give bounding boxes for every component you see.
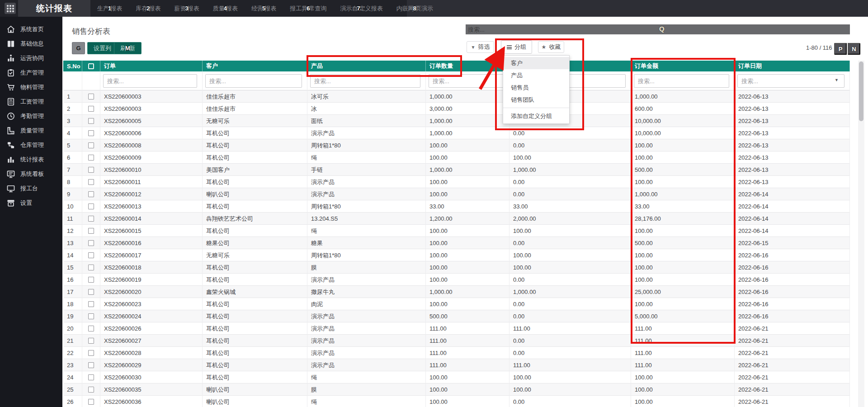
pagination-next-button[interactable]: N [848, 43, 860, 55]
topbar-menu-item-1[interactable]: 生产1报表 [90, 0, 129, 17]
scrollbar-thumb[interactable] [859, 62, 863, 121]
header-cell-product[interactable]: 产品 [307, 61, 426, 71]
header-cell-order[interactable]: 订单 [100, 61, 203, 71]
row-checkbox[interactable] [88, 167, 94, 173]
set-columns-button[interactable]: 设置列 [87, 42, 118, 54]
table-row-15[interactable]: 15XS220600018耳机公司膜100.00100.00100.002022… [63, 261, 850, 274]
header-cell-qty[interactable]: 订单数量 [426, 61, 509, 71]
sidebar-item-1[interactable]: 系统首页 [0, 22, 62, 37]
table-row-19[interactable]: 19XS220600024耳机公司演示产品500.000.005,000.002… [63, 310, 850, 322]
row-checkbox[interactable] [88, 350, 94, 356]
sidebar-item-7[interactable]: 考勤管理 [0, 109, 62, 123]
table-row-5[interactable]: 5XS220600008耳机公司周转箱1*80100.000.00100.002… [63, 139, 850, 151]
add-custom-group-option[interactable]: 添加自定义分组 [503, 110, 569, 122]
row-checkbox[interactable] [88, 252, 94, 258]
table-row-3[interactable]: 3XS220600005无糖可乐面纸1,000.0010,000.002022-… [63, 115, 850, 127]
filter-button[interactable]: ▼ 筛选 [467, 41, 494, 53]
row-checkbox[interactable] [88, 191, 94, 197]
row-checkbox[interactable] [88, 118, 94, 124]
sidebar-item-2[interactable]: 基础信息 [0, 37, 62, 51]
sidebar-item-12[interactable]: 报工台 [0, 181, 62, 196]
topbar-menu-item-6[interactable]: 报工异6常查询 [283, 0, 333, 17]
table-row-1[interactable]: 1XS220600003佳佳乐超市冰可乐1,000.001,000.002022… [63, 90, 850, 103]
row-checkbox[interactable] [88, 94, 94, 99]
row-checkbox[interactable] [88, 362, 94, 368]
table-row-25[interactable]: 25XS220600035喇叭公司膜100.00100.00100.002022… [63, 383, 850, 396]
table-row-23[interactable]: 23XS220600029耳机公司演示产品111.00111.00111.002… [63, 359, 850, 371]
topbar-menu-item-7[interactable]: 演示自7定义报表 [333, 0, 389, 17]
row-checkbox[interactable] [88, 313, 94, 319]
table-row-26[interactable]: 26XS220600036喇叭公司绳100.000.00100.002022-0… [63, 396, 850, 407]
sidebar-item-6[interactable]: 工资管理 [0, 95, 62, 109]
group-by-option-2[interactable]: 产品 [503, 69, 569, 81]
row-checkbox[interactable] [88, 277, 94, 283]
row-checkbox[interactable] [88, 301, 94, 307]
column-search-input-customer[interactable] [205, 74, 302, 88]
table-row-21[interactable]: 21XS220600027耳机公司演示产品111.000.00111.00202… [63, 335, 850, 347]
table-row-24[interactable]: 24XS220600030耳机公司绳100.00100.00100.002022… [63, 371, 850, 383]
table-row-8[interactable]: 8XS220600011耳机公司演示产品100.000.00100.002022… [63, 176, 850, 188]
refresh-button[interactable]: 刷M新 [114, 42, 142, 54]
pagination-prev-button[interactable]: P [834, 43, 847, 55]
group-by-option-1[interactable]: 客户 [503, 57, 569, 69]
column-search-input-order[interactable] [103, 74, 197, 88]
table-row-7[interactable]: 7XS220600010美国客户手链1,000.001,000.00500.00… [63, 164, 850, 176]
header-cell-customer[interactable]: 客户 [203, 61, 307, 71]
row-checkbox[interactable] [88, 374, 94, 380]
favorites-button[interactable]: ★ 收藏 [538, 41, 564, 53]
row-checkbox[interactable] [88, 204, 94, 209]
row-checkbox[interactable] [88, 142, 94, 148]
row-checkbox[interactable] [88, 326, 94, 331]
sidebar-item-11[interactable]: 系统看板 [0, 167, 62, 181]
table-row-17[interactable]: 17XS220600020鑫荣火锅城撒尿牛丸1,000.001,000.0025… [63, 286, 850, 298]
header-cell-sno[interactable]: S.No [63, 61, 82, 71]
row-checkbox[interactable] [88, 399, 94, 405]
sidebar-item-13[interactable]: 设置 [0, 196, 62, 210]
sidebar-item-5[interactable]: 物料管理 [0, 80, 62, 95]
table-row-13[interactable]: 13XS220600016糖果公司糖果100.000.00500.002022-… [63, 237, 850, 249]
table-row-12[interactable]: 12XS220600015耳机公司绳100.00100.00100.002022… [63, 225, 850, 237]
table-row-20[interactable]: 20XS220600026耳机公司演示产品111.00111.00111.002… [63, 322, 850, 335]
row-checkbox[interactable] [88, 130, 94, 136]
header-cell-amount[interactable]: 订单金额 [631, 61, 735, 71]
table-row-11[interactable]: 11XS220600014犇翔铁艺艺术公司13.204.S51,200.002,… [63, 213, 850, 225]
table-row-14[interactable]: 14XS220600017无糖可乐周转箱1*80100.00100.00100.… [63, 249, 850, 261]
column-search-input-qty[interactable] [429, 74, 504, 88]
row-checkbox[interactable] [88, 216, 94, 222]
row-checkbox[interactable] [88, 387, 94, 393]
row-checkbox[interactable] [88, 338, 94, 344]
sidebar-item-3[interactable]: 运营协同 [0, 51, 62, 66]
select-all-checkbox[interactable] [88, 63, 94, 69]
row-checkbox[interactable] [88, 289, 94, 295]
topbar-menu-item-4[interactable]: 质量4报表 [206, 0, 245, 17]
row-checkbox[interactable] [88, 106, 94, 112]
sidebar-item-9[interactable]: 仓库管理 [0, 138, 62, 152]
toolbar-hint-g-button[interactable]: G [72, 42, 85, 54]
vertical-scrollbar[interactable] [858, 61, 864, 407]
topbar-menu-item-3[interactable]: 薪资3报表 [167, 0, 206, 17]
table-row-16[interactable]: 16XS220600019耳机公司演示产品100.000.00100.00202… [63, 274, 850, 286]
column-search-input-amount[interactable] [634, 74, 729, 88]
table-row-10[interactable]: 10XS220600013耳机公司周转箱1*8033.0033.0033.002… [63, 200, 850, 213]
table-row-9[interactable]: 9XS220600012喇叭公司演示产品100.000.001,000.0020… [63, 188, 850, 200]
table-row-6[interactable]: 6XS220600009耳机公司绳100.00100.00100.002022-… [63, 151, 850, 164]
table-row-22[interactable]: 22XS220600028耳机公司演示产品111.000.00111.00202… [63, 347, 850, 359]
group-by-option-4[interactable]: 销售团队 [503, 94, 569, 106]
row-checkbox[interactable] [88, 240, 94, 246]
table-row-4[interactable]: 4XS220600006耳机公司演示产品1,000.000.0010,000.0… [63, 127, 850, 139]
row-checkbox[interactable] [88, 265, 94, 270]
topbar-menu-item-5[interactable]: 经营5报表 [245, 0, 283, 17]
column-search-input-product[interactable] [310, 74, 420, 88]
row-checkbox[interactable] [88, 228, 94, 234]
current-app-title[interactable]: 统计报表 [18, 0, 90, 17]
header-cell-date[interactable]: 订单日期 [735, 61, 850, 71]
group-by-option-3[interactable]: 销售员 [503, 81, 569, 94]
column-search-input-date[interactable] [737, 74, 844, 88]
row-checkbox[interactable] [88, 179, 94, 185]
sidebar-item-10[interactable]: 统计报表 [0, 152, 62, 167]
sidebar-item-4[interactable]: 生产管理 [0, 66, 62, 80]
table-row-2[interactable]: 2XS220600003佳佳乐超市冰3,000.00600.002022-06-… [63, 103, 850, 115]
sidebar-item-8[interactable]: 质量管理 [0, 123, 62, 138]
row-checkbox[interactable] [88, 155, 94, 161]
global-search-bar[interactable]: 搜索... Q [466, 24, 850, 34]
